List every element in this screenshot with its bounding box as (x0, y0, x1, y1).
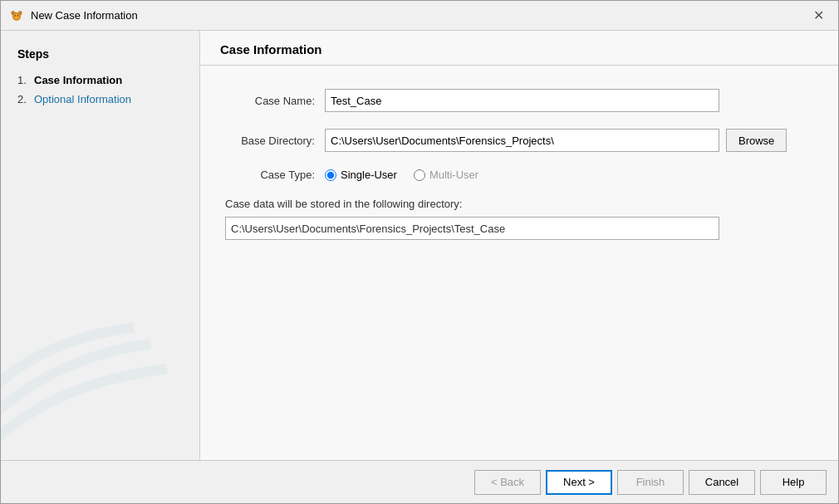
multi-user-label: Multi-User (429, 169, 478, 181)
step-1-label: Case Information (34, 74, 122, 86)
dialog-window: New Case Information ✕ Steps 1. Case Inf… (0, 0, 839, 504)
close-button[interactable]: ✕ (807, 4, 830, 27)
single-user-radio[interactable] (325, 169, 336, 181)
title-bar: New Case Information ✕ (1, 1, 838, 31)
case-name-row: Case Name: (225, 89, 813, 112)
single-user-option[interactable]: Single-User (325, 169, 397, 181)
sidebar: Steps 1. Case Information 2. Optional In… (1, 31, 200, 460)
base-directory-label: Base Directory: (225, 135, 325, 147)
title-bar-text: New Case Information (31, 9, 807, 22)
base-directory-row: Base Directory: Browse (225, 129, 813, 152)
multi-user-radio[interactable] (414, 169, 425, 181)
single-user-label: Single-User (341, 169, 397, 181)
finish-button[interactable]: Finish (617, 470, 684, 495)
base-directory-input[interactable] (325, 129, 719, 152)
cancel-button[interactable]: Cancel (689, 470, 755, 495)
dir-info-text: Case data will be stored in the followin… (225, 198, 813, 210)
step-2-number: 2. (17, 93, 34, 105)
help-button[interactable]: Help (760, 470, 827, 495)
case-type-radio-group: Single-User Multi-User (325, 169, 478, 181)
content-header-title: Case Information (220, 42, 322, 56)
multi-user-option[interactable]: Multi-User (414, 169, 478, 181)
info-text-span: Case data will be stored in the followin… (225, 198, 462, 210)
case-name-label: Case Name: (225, 95, 325, 107)
svg-point-5 (17, 15, 19, 17)
directory-info-section: Case data will be stored in the followin… (225, 198, 813, 240)
app-icon (9, 8, 24, 23)
case-name-input[interactable] (325, 89, 719, 112)
step-2[interactable]: 2. Optional Information (17, 93, 183, 105)
svg-point-3 (14, 13, 20, 19)
step-1: 1. Case Information (17, 74, 183, 86)
full-directory-display: C:\Users\User\Documents\Forensics_Projec… (225, 217, 719, 240)
footer: < Back Next > Finish Cancel Help (1, 460, 838, 503)
step-1-number: 1. (17, 74, 34, 86)
content-header: Case Information (200, 31, 838, 66)
content-area: Case Name: Base Directory: Browse Case T… (200, 66, 838, 460)
next-button[interactable]: Next > (546, 470, 612, 495)
case-type-label: Case Type: (225, 169, 325, 181)
back-button[interactable]: < Back (474, 470, 541, 495)
browse-button[interactable]: Browse (726, 129, 787, 152)
main-content: Case Information Case Name: Base Directo… (200, 31, 838, 460)
dialog-body: Steps 1. Case Information 2. Optional In… (1, 31, 838, 460)
full-directory-text: C:\Users\User\Documents\Forensics_Projec… (231, 223, 505, 235)
svg-point-4 (15, 15, 17, 17)
watermark (1, 294, 199, 460)
case-type-row: Case Type: Single-User Multi-User (225, 169, 813, 181)
step-2-label[interactable]: Optional Information (34, 93, 131, 105)
steps-title: Steps (17, 47, 183, 61)
